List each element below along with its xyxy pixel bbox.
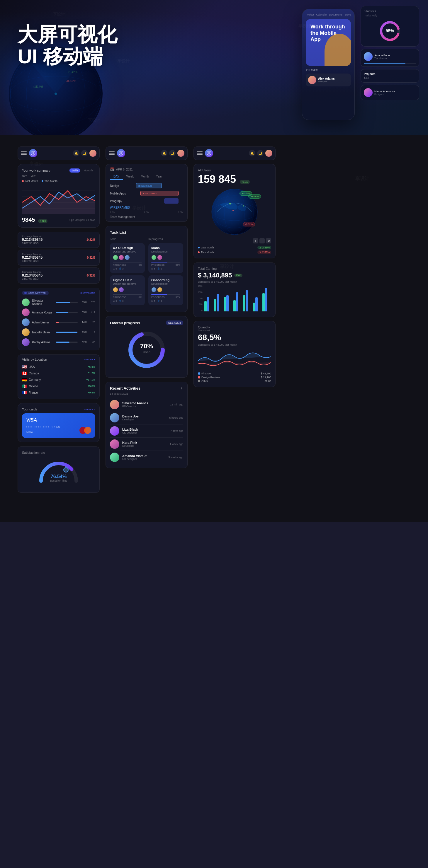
exchange-card-2: Exchange Balance 0.213435345 3,897.98 US… [18, 250, 100, 266]
activity-info-2: Liza Black UK-designer [122, 428, 167, 434]
bar-6-teal [262, 293, 265, 311]
bar-1-blue [217, 294, 219, 311]
tab-month[interactable]: Month [137, 174, 152, 180]
task-row-design: Design about 2 hours [110, 183, 183, 188]
qty-legend-design-label: Design Reviews [198, 376, 221, 379]
tab-monthly[interactable]: Monthly [81, 168, 95, 173]
sales-item-3: Isabella Bean 99% 2 [22, 327, 95, 337]
svg-point-4 [55, 93, 57, 95]
qty-legend-other: Other 00.00 [198, 380, 271, 382]
tab-week[interactable]: Week [123, 174, 137, 180]
activity-4: Amanda Vismut UX-designer 5 weeks ago [110, 451, 183, 464]
activities-date: 14 august 2021 [110, 392, 183, 395]
user-avatar-1[interactable] [89, 150, 96, 157]
activity-time-3: 1 week ago [170, 443, 183, 445]
wm-dash-4: 享设计 [355, 176, 369, 182]
task-avatar-2b [119, 287, 124, 292]
user-avatar-3[interactable] [265, 150, 272, 157]
task-list-title: Task List [110, 230, 183, 235]
cards-see-all[interactable]: SEE ALL 3 [84, 408, 95, 411]
globe-settings[interactable]: ⚙ [266, 238, 271, 243]
svg-point-18 [64, 468, 68, 472]
svg-text:70%: 70% [140, 342, 153, 350]
exchange-card-1: Exchange Balance 0.213435345 3,897.98 US… [18, 232, 100, 248]
visits-item-canada: 🇨🇦 Canada +51.2% [22, 370, 95, 376]
bottom-spacer [0, 504, 428, 522]
sales-avatar-1 [22, 308, 30, 316]
nav-icons-right-3: 🔔 🌙 [249, 150, 272, 157]
bell-icon-3[interactable]: 🔔 [249, 150, 255, 156]
activity-avatar-1 [110, 413, 119, 423]
qty-dot-finance [198, 372, 200, 375]
exchange-left-1: Exchange Balance 0.213435345 3,897.98 US… [22, 235, 42, 245]
task-avatars-4 [151, 287, 180, 292]
hero-title-line2: UI 移动端 [18, 45, 117, 67]
task-ux-ui-design: UX UI Design Design and creative PROGRES… [110, 243, 145, 273]
globe-legend: Last Month ▲ 2.36% This Month ▼ 2.36% [198, 246, 271, 254]
task-avatar-1a [113, 255, 118, 260]
task-icons-1: ☑ 5 👤 3 [113, 268, 142, 270]
bar-6-blue [265, 288, 267, 311]
your-cards-header: Your cards SEE ALL 3 [22, 407, 95, 411]
qty-sub: Sales trend [198, 329, 271, 332]
bell-icon-2[interactable]: 🔔 [161, 150, 167, 156]
hero-title-line1: 大屏可视化 [18, 24, 117, 45]
earning-title: Total Earning [198, 267, 271, 270]
moon-icon-2[interactable]: 🌙 [169, 150, 176, 156]
activities-menu-icon[interactable]: ⋮ [180, 386, 183, 391]
activity-avatar-2 [110, 426, 119, 436]
mobile-bar: about 5 hours [136, 191, 183, 196]
hero-right-cards: Statistics Tasks Hely 95% [361, 6, 419, 100]
progress-see-all[interactable]: SEE ALL 3 [166, 320, 183, 325]
task-avatars-2 [113, 287, 142, 292]
dashboard-section: 🔔 🌙 Your work summary Daily Monthly Nov … [0, 135, 428, 504]
sales-item-1: Amanda Rouge 55% 411 [22, 307, 95, 317]
hamburger-icon-3[interactable] [197, 150, 203, 156]
credit-card: VISA •••• •••• •••• 1566 08/26 [22, 413, 95, 438]
activity-time-2: 7 days ago [170, 430, 183, 432]
tab-day[interactable]: DAY [110, 174, 123, 180]
sales-show-more[interactable]: SHOW MORE [80, 292, 95, 294]
task-columns: Todo UX UI Design Design and creative PR… [110, 238, 183, 308]
exchange-change-1: -0.32% [86, 238, 95, 241]
task-progress-3: PROGRESS56% [151, 264, 180, 266]
bar-1-teal [214, 299, 216, 311]
hamburger-icon-2[interactable] [109, 150, 115, 156]
globe-zoom-out[interactable]: − [259, 238, 265, 243]
globe-zoom-in[interactable]: + [253, 238, 258, 243]
earning-amount-row: $ 3,140,895 15% [198, 270, 271, 280]
task-avatar-1b [119, 255, 124, 260]
task-avatar-3b [157, 255, 163, 260]
bar-groups [204, 285, 271, 311]
svg-point-32 [229, 203, 231, 205]
qty-legend-other-label: Other [198, 380, 208, 382]
todo-header: Todo [110, 238, 145, 241]
design-bar: about 2 hours [136, 183, 183, 188]
user-avatar-2[interactable] [177, 150, 184, 157]
tab-daily[interactable]: Daily [69, 168, 80, 173]
moon-icon-3[interactable]: 🌙 [257, 150, 263, 156]
inprogress-header: In progress [148, 238, 183, 241]
task-icons-3: ☑ 5 👤 3 [151, 268, 180, 270]
bell-icon-1[interactable]: 🔔 [73, 150, 80, 156]
bar-4-teal [243, 295, 246, 311]
total-earning-card: Total Earning $ 3,140,895 15% Compared t… [194, 262, 276, 317]
visits-see-all[interactable]: SEE ALL ▸ [84, 358, 95, 361]
inprogress-column: In progress Icons Developement PROGRESS5… [148, 238, 183, 308]
bar-3-teal [233, 300, 236, 311]
qty-compare: Compared to $ 48,900 last month [198, 343, 271, 346]
qty-legend-finance-label: Finance [198, 372, 211, 375]
earning-badge: 15% [234, 274, 242, 277]
visits-header: Visits by Location SEE ALL ▸ [22, 358, 95, 361]
activity-1: Danny Joe Developer 5 hours ago [110, 411, 183, 425]
activity-info-3: Kara Pink Developer [122, 441, 167, 447]
gauge-svg: 76.54% Based on likes [35, 458, 82, 487]
hamburger-icon[interactable] [21, 150, 27, 156]
svg-text:Based on likes: Based on likes [50, 479, 67, 482]
moon-icon-1[interactable]: 🌙 [81, 150, 88, 156]
satisfaction-card: Satisfaction rate 76.54% [18, 446, 100, 493]
activity-time-1: 5 hours ago [169, 416, 183, 419]
tab-year[interactable]: Year [152, 174, 165, 180]
activity-3: Kara Pink Developer 1 week ago [110, 438, 183, 451]
bar-5-blue [255, 297, 258, 311]
